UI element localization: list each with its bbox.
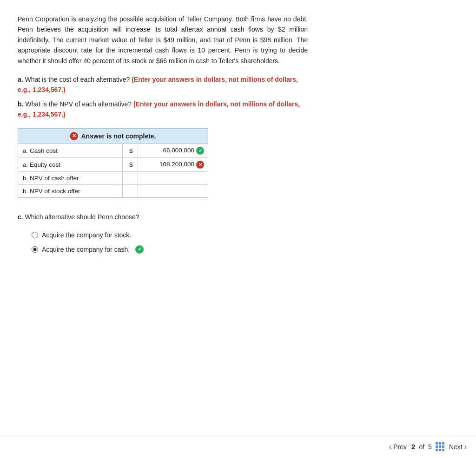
page-info: 2 of 5: [411, 442, 444, 451]
opt-cash[interactable]: Acquire the company for cash.✓: [32, 245, 308, 254]
prev-chevron-icon: ‹: [389, 443, 391, 451]
grid-icon[interactable]: [436, 442, 444, 451]
total-pages: 5: [428, 443, 432, 451]
opt-stock-label: Acquire the company for stock.: [42, 231, 131, 239]
question-a-label: a.: [18, 76, 23, 83]
opt-cash-label: Acquire the company for cash.: [42, 246, 130, 253]
question-b-label: b.: [18, 100, 23, 108]
opt-cash-correct-icon: ✓: [135, 245, 144, 254]
answer-row-label-0: a. Cash cost: [18, 144, 122, 158]
question-b: b. What is the NPV of each alternative? …: [18, 99, 308, 120]
opt-cash-radio-circle: [32, 246, 38, 253]
answer-row-label-2: b. NPV of cash offer: [18, 171, 122, 184]
bottom-nav: ‹ Prev 2 of 5 Next ›: [0, 435, 476, 458]
opt-stock-radio-circle: [32, 232, 38, 238]
prev-label: Prev: [393, 443, 407, 451]
incomplete-icon: ✕: [70, 132, 78, 140]
question-c-body: Which alternative should Penn choose?: [25, 213, 139, 221]
answer-row-value-1[interactable]: 108,200,000✕: [138, 157, 208, 171]
x-icon-1: ✕: [196, 161, 204, 169]
question-a-body: What is the cost of each alternative?: [25, 76, 130, 83]
answer-row-dollar-2: [122, 171, 138, 184]
answer-row-dollar-3: [122, 184, 138, 197]
answer-header: ✕ Answer is not complete.: [18, 129, 208, 144]
answer-header-text: Answer is not complete.: [81, 132, 156, 140]
question-b-body: What is the NPV of each alternative?: [25, 100, 132, 108]
of-text: of: [419, 443, 424, 451]
question-c-label: c.: [18, 213, 23, 221]
answer-row-dollar-1: $: [122, 157, 138, 171]
answer-row-label-3: b. NPV of stock offer: [18, 184, 122, 197]
question-c: c. Which alternative should Penn choose?: [18, 212, 308, 222]
next-label: Next: [449, 443, 463, 451]
answer-row-dollar-0: $: [122, 144, 138, 158]
next-chevron-icon: ›: [464, 443, 467, 451]
opt-stock[interactable]: Acquire the company for stock.: [32, 231, 308, 239]
next-button[interactable]: Next ›: [449, 443, 467, 451]
prev-button[interactable]: ‹ Prev: [389, 443, 407, 451]
answer-row-label-1: a. Equity cost: [18, 157, 122, 171]
answer-box: ✕ Answer is not complete. a. Cash cost$6…: [18, 128, 208, 198]
answer-row-value-3: [138, 184, 208, 197]
answer-row-value-0[interactable]: 66,000,000✓: [138, 144, 208, 158]
check-icon-0: ✓: [196, 147, 204, 155]
current-page: 2: [411, 443, 415, 451]
question-a: a. What is the cost of each alternative?…: [18, 74, 308, 95]
intro-paragraph: Penn Corporation is analyzing the possib…: [18, 14, 308, 66]
answer-table: a. Cash cost$66,000,000✓a. Equity cost$1…: [18, 144, 208, 197]
answer-row-value-2: [138, 171, 208, 184]
radio-options-container: Acquire the company for stock.Acquire th…: [18, 231, 308, 254]
